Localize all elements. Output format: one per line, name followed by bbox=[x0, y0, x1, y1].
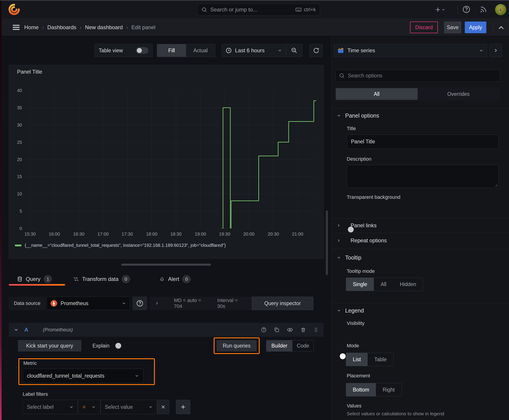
query-help-icon[interactable] bbox=[261, 327, 267, 333]
panel-title-input[interactable] bbox=[347, 135, 499, 149]
menu-icon[interactable] bbox=[12, 23, 21, 32]
query-ref-id[interactable]: A bbox=[24, 327, 28, 333]
add-filter-button[interactable] bbox=[176, 400, 190, 414]
chevron-down-icon bbox=[91, 405, 96, 409]
delete-query-icon[interactable] bbox=[300, 327, 306, 333]
x-axis-tick: 15:30 bbox=[21, 232, 39, 237]
time-range-label: Last 6 hours bbox=[235, 47, 265, 54]
query-row-a[interactable]: A (Prometheus) bbox=[9, 323, 324, 337]
x-axis-tick: 18:30 bbox=[167, 232, 185, 237]
data-source-picker[interactable]: Prometheus bbox=[46, 297, 130, 310]
panel-title[interactable]: Panel Title bbox=[17, 69, 42, 75]
duplicate-query-icon[interactable] bbox=[274, 327, 280, 333]
vertical-scrollbar[interactable] bbox=[326, 210, 328, 275]
x-axis: 15:3016:0016:3017:0017:3018:0018:3019:00… bbox=[26, 232, 316, 238]
global-search[interactable]: Search or jump to... ctrl+k bbox=[197, 4, 320, 16]
tooltip-mode-all[interactable]: All bbox=[374, 278, 393, 291]
panel-links-header[interactable]: Panel links bbox=[337, 221, 377, 230]
kick-start-query-button[interactable]: Kick start your query bbox=[18, 340, 81, 351]
repeat-options-header[interactable]: Repeat options bbox=[337, 236, 387, 245]
discard-button[interactable]: Discard bbox=[410, 22, 438, 33]
data-source-help-button[interactable] bbox=[133, 297, 147, 310]
query-inspector-button[interactable]: Query inspector bbox=[252, 297, 313, 310]
breadcrumb-separator: › bbox=[80, 25, 82, 30]
panel-resize-handle[interactable] bbox=[121, 264, 211, 266]
placement-right[interactable]: Right bbox=[376, 383, 402, 396]
tooltip-mode-hidden[interactable]: Hidden bbox=[393, 278, 423, 291]
label-filters-label: Label filters bbox=[23, 391, 48, 397]
tab-overrides[interactable]: Overrides bbox=[418, 88, 500, 100]
tooltip-mode-single[interactable]: Single bbox=[346, 278, 374, 291]
nav-divider bbox=[458, 5, 458, 14]
avatar[interactable] bbox=[495, 4, 507, 15]
drag-handle-icon[interactable] bbox=[313, 327, 319, 333]
run-queries-button[interactable]: Run queries bbox=[217, 340, 257, 351]
code-option[interactable]: Code bbox=[292, 340, 313, 351]
legend-header[interactable]: Legend bbox=[337, 306, 364, 315]
x-axis-tick: 18:00 bbox=[143, 232, 161, 237]
description-textarea[interactable] bbox=[347, 165, 499, 188]
tooltip-mode-group: Single All Hidden bbox=[346, 278, 423, 291]
query-options-bar[interactable]: MD = auto = 704 Interval = 30s bbox=[150, 297, 252, 310]
breadcrumb-new-dashboard[interactable]: New dashboard bbox=[85, 24, 123, 30]
placement-bottom[interactable]: Bottom bbox=[346, 383, 376, 396]
refresh-button[interactable] bbox=[310, 44, 323, 57]
chevron-right-icon bbox=[337, 239, 341, 242]
resize-corner-icon[interactable] bbox=[494, 183, 498, 187]
select-value-dropdown[interactable]: Select value bbox=[100, 400, 157, 414]
time-range-picker: Last 6 hours bbox=[222, 44, 303, 57]
tooltip-header[interactable]: Tooltip bbox=[337, 253, 361, 262]
legend-mode-table[interactable]: Table bbox=[368, 353, 393, 366]
fill-option[interactable]: Fill bbox=[157, 44, 186, 57]
news-rss-icon[interactable] bbox=[479, 6, 487, 14]
bell-icon bbox=[159, 276, 165, 282]
visualization-picker[interactable]: Time series bbox=[334, 44, 487, 57]
table-view-toggle[interactable] bbox=[136, 47, 148, 54]
select-label-dropdown[interactable]: Select label bbox=[23, 400, 78, 414]
operator-value: = bbox=[83, 404, 85, 410]
options-search[interactable] bbox=[335, 69, 500, 82]
apply-button[interactable]: Apply bbox=[465, 22, 486, 33]
panel-options-header[interactable]: Panel options bbox=[337, 111, 379, 120]
x-axis-tick: 19:00 bbox=[191, 232, 209, 237]
remove-filter-button[interactable] bbox=[157, 400, 169, 414]
chart-legend[interactable]: {__name__="cloudflared_tunnel_total_requ… bbox=[15, 243, 226, 248]
tab-all[interactable]: All bbox=[336, 88, 418, 100]
chart-canvas bbox=[26, 90, 316, 228]
legend-series-label[interactable]: {__name__="cloudflared_tunnel_total_requ… bbox=[25, 243, 226, 248]
breadcrumb-home[interactable]: Home bbox=[24, 24, 38, 30]
grafana-logo-icon[interactable] bbox=[8, 3, 20, 16]
toggle-visibility-icon[interactable] bbox=[287, 327, 293, 333]
actual-option[interactable]: Actual bbox=[186, 44, 215, 57]
breadcrumb-edit-panel: Edit panel bbox=[131, 24, 156, 30]
options-search-input[interactable] bbox=[348, 73, 496, 79]
metric-select[interactable]: cloudflared_tunnel_total_requests bbox=[23, 369, 144, 383]
zoom-out-button[interactable] bbox=[286, 44, 302, 57]
prometheus-icon bbox=[50, 300, 57, 307]
tab-alert[interactable]: Alert 0 bbox=[159, 274, 191, 284]
tab-transform-data[interactable]: Transform data 0 bbox=[73, 274, 130, 284]
time-series-plot[interactable] bbox=[26, 90, 316, 228]
time-range-button[interactable]: Last 6 hours bbox=[222, 44, 286, 57]
x-axis-tick: 16:30 bbox=[70, 232, 88, 237]
chevron-up-icon[interactable] bbox=[497, 24, 505, 31]
max-data-points: MD = auto = 704 bbox=[174, 298, 211, 309]
chevron-right-icon bbox=[155, 301, 159, 306]
data-source-label: Data source bbox=[9, 297, 46, 310]
help-icon[interactable] bbox=[462, 5, 471, 14]
y-axis-tick: 10 bbox=[9, 191, 22, 197]
operator-dropdown[interactable]: = bbox=[78, 400, 100, 414]
save-button[interactable]: Save bbox=[444, 22, 461, 33]
collapse-query-icon[interactable] bbox=[14, 327, 19, 332]
add-menu-button[interactable] bbox=[434, 6, 446, 14]
select-value-placeholder: Select value bbox=[105, 404, 145, 410]
collapse-options-button[interactable] bbox=[489, 44, 502, 57]
legend-swatch bbox=[15, 245, 22, 246]
table-view-control: Table view bbox=[94, 44, 153, 57]
builder-option[interactable]: Builder bbox=[266, 340, 292, 351]
y-axis-tick: 15 bbox=[9, 173, 22, 180]
legend-mode-list[interactable]: List bbox=[346, 353, 368, 366]
breadcrumb-dashboards[interactable]: Dashboards bbox=[47, 24, 76, 30]
search-icon bbox=[339, 73, 345, 79]
tab-query[interactable]: Query 1 bbox=[17, 274, 52, 284]
